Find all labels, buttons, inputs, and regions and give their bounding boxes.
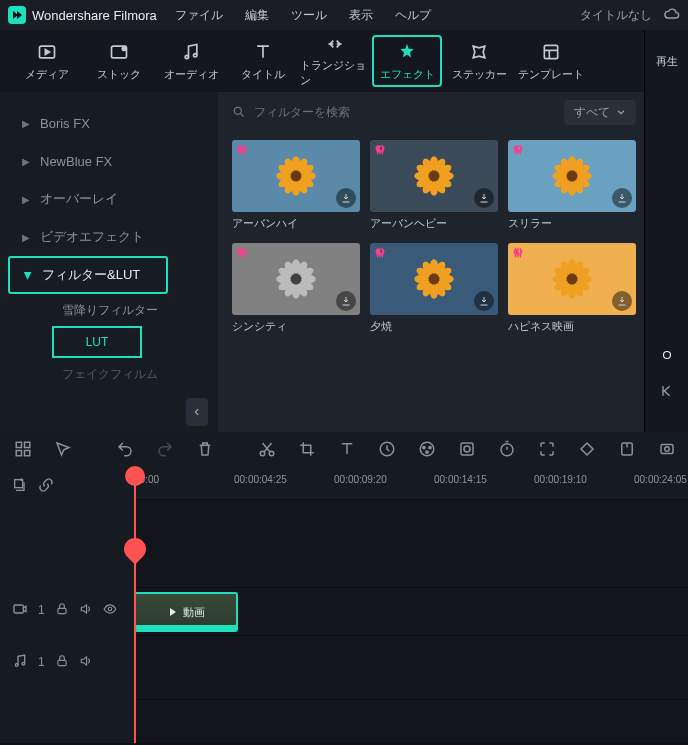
filmora-logo-icon bbox=[8, 6, 26, 24]
sidebar-item-videoeffect[interactable]: ▶ビデオエフェクト bbox=[8, 218, 210, 256]
eye-icon[interactable] bbox=[103, 602, 117, 619]
video-track-lane[interactable]: 動画 bbox=[134, 588, 688, 636]
svg-point-3 bbox=[185, 55, 188, 58]
video-clip[interactable]: 動画 bbox=[134, 592, 238, 632]
cut-icon[interactable] bbox=[258, 440, 276, 461]
titlebar-right: タイトルなし bbox=[580, 6, 680, 25]
tab-media[interactable]: メディア bbox=[12, 35, 82, 87]
download-icon[interactable] bbox=[336, 188, 356, 208]
mute-icon[interactable] bbox=[79, 654, 93, 671]
filter-dropdown[interactable]: すべて bbox=[564, 100, 636, 125]
menu-tool[interactable]: ツール bbox=[291, 7, 327, 24]
tab-template[interactable]: テンプレート bbox=[516, 35, 586, 87]
tab-stock[interactable]: ストック bbox=[84, 35, 154, 87]
preview-side-strip bbox=[644, 92, 688, 432]
preview-panel-play[interactable]: 再生 bbox=[644, 30, 688, 92]
sidebar-item-borisfx[interactable]: ▶Boris FX bbox=[8, 104, 210, 142]
tab-effect[interactable]: エフェクト bbox=[372, 35, 442, 87]
delete-icon[interactable] bbox=[196, 440, 214, 461]
effect-card-label: ハピネス映画 bbox=[508, 319, 636, 334]
video-track-header[interactable]: 1 bbox=[0, 592, 134, 628]
transition-icon bbox=[324, 34, 346, 54]
green-screen-icon[interactable] bbox=[458, 440, 476, 461]
download-icon[interactable] bbox=[612, 291, 632, 311]
tab-sticker[interactable]: ステッカー bbox=[444, 35, 514, 87]
sidebar-item-overlay[interactable]: ▶オーバーレイ bbox=[8, 180, 210, 218]
sidebar-sub-lut[interactable]: LUT bbox=[52, 326, 142, 358]
titlebar: Wondershare Filmora ファイル 編集 ツール 表示 ヘルプ タ… bbox=[0, 0, 688, 30]
tab-title[interactable]: タイトル bbox=[228, 35, 298, 87]
cursor-icon[interactable] bbox=[54, 440, 72, 461]
menu-edit[interactable]: 編集 bbox=[245, 7, 269, 24]
effect-card[interactable]: ハピネス映画 bbox=[508, 243, 636, 334]
speed-icon[interactable] bbox=[378, 440, 396, 461]
premium-gem-icon bbox=[373, 143, 387, 157]
sidebar-item-filter-lut[interactable]: ▶フィルター&LUT bbox=[8, 256, 168, 294]
menu-file[interactable]: ファイル bbox=[175, 7, 223, 24]
effect-card-label: 夕焼 bbox=[370, 319, 498, 334]
timeline-head-tools bbox=[0, 468, 134, 504]
audio-track-header[interactable]: 1 bbox=[0, 644, 134, 680]
redo-icon[interactable] bbox=[156, 440, 174, 461]
effect-card[interactable]: 夕焼 bbox=[370, 243, 498, 334]
sidebar-sub-snowfilter[interactable]: 雪降りフィルター bbox=[8, 294, 210, 326]
chevron-right-icon: ▶ bbox=[22, 118, 30, 129]
tracks-area[interactable]: 00:0000:00:04:2500:00:09:2000:00:14:1500… bbox=[134, 468, 688, 743]
time-ruler[interactable]: 00:0000:00:04:2500:00:09:2000:00:14:1500… bbox=[134, 468, 688, 500]
cloud-icon[interactable] bbox=[664, 6, 680, 25]
effect-card[interactable]: アーバンハイ bbox=[232, 140, 360, 231]
video-track-icon bbox=[12, 601, 28, 620]
menu-help[interactable]: ヘルプ bbox=[395, 7, 431, 24]
circle-icon[interactable] bbox=[660, 348, 674, 365]
tab-audio[interactable]: オーディオ bbox=[156, 35, 226, 87]
premium-gem-icon bbox=[511, 143, 525, 157]
svg-point-110 bbox=[22, 662, 25, 665]
audio-track-icon bbox=[12, 653, 28, 672]
lock-icon[interactable] bbox=[55, 602, 69, 619]
menu-view[interactable]: 表示 bbox=[349, 7, 373, 24]
app-logo: Wondershare Filmora bbox=[8, 6, 157, 24]
chevron-right-icon: ▶ bbox=[22, 156, 30, 167]
download-icon[interactable] bbox=[474, 188, 494, 208]
download-icon[interactable] bbox=[474, 291, 494, 311]
text-icon[interactable] bbox=[338, 440, 356, 461]
download-icon[interactable] bbox=[336, 291, 356, 311]
add-track-icon[interactable] bbox=[12, 477, 28, 496]
timer-icon[interactable] bbox=[498, 440, 516, 461]
sidebar-item-newblue[interactable]: ▶NewBlue FX bbox=[8, 142, 210, 180]
effect-card[interactable]: スリラー bbox=[508, 140, 636, 231]
sidebar-collapse-button[interactable] bbox=[186, 398, 208, 426]
sticker-icon bbox=[468, 41, 490, 63]
svg-point-95 bbox=[429, 446, 431, 448]
mute-icon[interactable] bbox=[79, 602, 93, 619]
ruler-timestamp: 00:00:14:15 bbox=[434, 474, 487, 485]
color-icon[interactable] bbox=[418, 440, 436, 461]
svg-rect-87 bbox=[25, 442, 30, 447]
search-input[interactable]: フィルターを検索 bbox=[232, 104, 554, 121]
undo-icon[interactable] bbox=[116, 440, 134, 461]
track-lane-empty[interactable] bbox=[134, 500, 688, 588]
effect-card[interactable]: アーバンヘビー bbox=[370, 140, 498, 231]
play-icon bbox=[167, 606, 179, 618]
tab-transition[interactable]: トランジション bbox=[300, 35, 370, 87]
svg-point-108 bbox=[108, 607, 112, 611]
marker-icon[interactable] bbox=[618, 440, 636, 461]
link-icon[interactable] bbox=[38, 477, 54, 496]
svg-point-6 bbox=[234, 107, 241, 114]
expand-icon[interactable] bbox=[538, 440, 556, 461]
effect-card[interactable]: シンシティ bbox=[232, 243, 360, 334]
layout-icon[interactable] bbox=[14, 440, 32, 461]
sidebar-sub-fakefilm[interactable]: フェイクフィルム bbox=[8, 358, 210, 390]
audio-track-lane[interactable] bbox=[134, 652, 688, 700]
lock-icon[interactable] bbox=[55, 654, 69, 671]
settings2-icon[interactable] bbox=[658, 440, 676, 461]
crop-icon[interactable] bbox=[298, 440, 316, 461]
keyframe-icon[interactable] bbox=[578, 440, 596, 461]
skip-back-icon[interactable] bbox=[659, 383, 675, 402]
chevron-right-icon: ▶ bbox=[22, 194, 30, 205]
chevron-down-icon: ▶ bbox=[23, 271, 34, 279]
playhead[interactable] bbox=[134, 468, 136, 743]
effect-card-label: アーバンハイ bbox=[232, 216, 360, 231]
download-icon[interactable] bbox=[612, 188, 632, 208]
playhead-knob-icon[interactable] bbox=[125, 466, 145, 486]
